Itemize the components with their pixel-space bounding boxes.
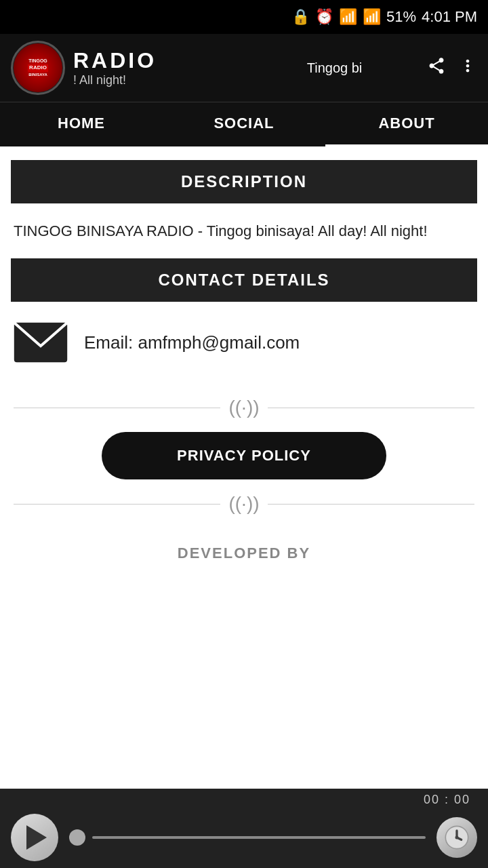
play-icon	[26, 825, 47, 850]
main-content: DESCRIPTION TINGOG BINISAYA RADIO - Ting…	[0, 146, 488, 789]
station-name: Tingog bi	[250, 60, 419, 76]
app-header: TINGOG RADIO BINISAYA RADIO ! All night!…	[0, 34, 488, 102]
app-name: RADIO	[73, 48, 242, 73]
radio-divider-1: ((·))	[14, 397, 474, 418]
privacy-policy-button[interactable]: PRIVACY POLICY	[102, 432, 386, 479]
player-bar	[0, 807, 488, 868]
signal-icon: 📶	[363, 8, 381, 26]
clock-button[interactable]	[436, 817, 477, 858]
tab-home[interactable]: HOME	[0, 102, 163, 146]
divider-line-left-2	[14, 504, 220, 505]
radio-wave-icon: ((·))	[228, 397, 259, 418]
description-section: DESCRIPTION TINGOG BINISAYA RADIO - Ting…	[0, 160, 488, 258]
player-timer-row: 00 : 00	[0, 789, 488, 807]
alarm-icon: ⏰	[315, 8, 333, 26]
clock-status: 4:01 PM	[422, 8, 477, 26]
logo-inner: TINGOG RADIO BINISAYA	[14, 43, 62, 92]
header-tagline: ! All night!	[73, 73, 242, 87]
progress-thumb[interactable]	[69, 829, 85, 846]
contact-content: Email: amfmph@gmail.com	[0, 302, 488, 383]
description-header: DESCRIPTION	[11, 160, 477, 203]
battery-level: 51%	[386, 8, 416, 26]
header-text: RADIO ! All night!	[73, 48, 242, 87]
play-button[interactable]	[11, 814, 58, 861]
header-actions	[427, 56, 477, 80]
radio-divider-2: ((·))	[14, 493, 474, 515]
timer-display: 00 : 00	[424, 793, 470, 807]
radio-wave-icon-2: ((·))	[228, 493, 259, 515]
logo: TINGOG RADIO BINISAYA	[11, 41, 65, 95]
email-address[interactable]: Email: amfmph@gmail.com	[84, 332, 300, 353]
divider-line-right-2	[268, 504, 474, 505]
divider-line-left	[14, 408, 220, 408]
status-icons: 🔒 ⏰ 📶 📶 51% 4:01 PM	[291, 8, 477, 26]
contact-section: CONTACT DETAILS Email: amfmph@gmail.com	[0, 258, 488, 383]
status-bar: 🔒 ⏰ 📶 📶 51% 4:01 PM	[0, 0, 488, 34]
player-controls	[11, 814, 477, 861]
nav-tabs: HOME SOCIAL ABOUT	[0, 102, 488, 146]
email-icon	[14, 322, 68, 363]
tab-about[interactable]: ABOUT	[325, 102, 488, 146]
more-menu-icon[interactable]	[458, 56, 477, 80]
tab-social[interactable]: SOCIAL	[163, 102, 325, 146]
progress-track[interactable]	[92, 836, 426, 839]
progress-area	[69, 829, 426, 846]
lock-icon: 🔒	[291, 8, 310, 26]
contact-header: CONTACT DETAILS	[11, 258, 477, 302]
description-text: TINGOG BINISAYA RADIO - Tingog binisaya!…	[0, 203, 488, 258]
share-icon[interactable]	[427, 56, 446, 80]
wifi-icon: 📶	[339, 8, 357, 26]
divider-line-right	[268, 408, 474, 408]
svg-point-4	[455, 836, 459, 840]
developed-by: DEVELOPED BY	[0, 528, 488, 569]
